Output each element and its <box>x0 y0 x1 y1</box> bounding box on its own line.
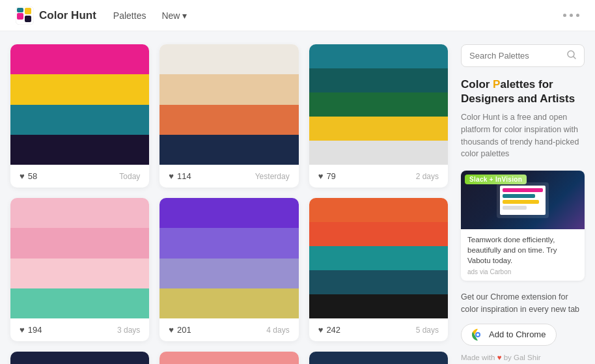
ad-via: ads via Carbon <box>467 268 578 275</box>
palette-card-partial[interactable] <box>159 352 298 364</box>
svg-rect-3 <box>17 8 23 12</box>
color-block <box>10 135 149 165</box>
color-strip-partial <box>159 352 298 364</box>
palette-card[interactable]: ♥114Yesterday <box>159 44 298 188</box>
color-block <box>159 135 298 165</box>
color-strip <box>10 44 149 165</box>
sidebar: Color Palettes for Designers and Artists… <box>461 44 585 364</box>
search-input[interactable] <box>469 51 562 61</box>
palette-likes: ♥201 <box>169 325 191 335</box>
dot-2 <box>570 14 573 17</box>
heart-icon: ♥ <box>169 325 174 335</box>
logo-text: Color Hunt <box>39 9 96 22</box>
color-block <box>10 259 149 288</box>
likes-count: 58 <box>28 171 37 181</box>
palette-footer: ♥58Today <box>10 165 149 188</box>
color-block <box>10 228 149 258</box>
palette-grid: ♥58Today♥114Yesterday♥792 days♥1943 days… <box>10 44 448 341</box>
color-block <box>309 270 448 294</box>
color-block <box>309 222 448 246</box>
ad-line-2 <box>503 194 535 198</box>
partial-palette-grid <box>10 352 448 364</box>
likes-count: 242 <box>326 325 340 335</box>
svg-line-6 <box>574 57 575 59</box>
palette-footer: ♥114Yesterday <box>159 165 298 188</box>
palette-card[interactable]: ♥792 days <box>309 44 448 188</box>
palette-card[interactable]: ♥2425 days <box>309 198 448 341</box>
ad-text-block: Teamwork done efficiently, beautifully a… <box>461 229 585 281</box>
heart-icon: ♥ <box>169 171 174 181</box>
color-block <box>309 294 448 318</box>
palette-time: 2 days <box>416 172 439 181</box>
color-block <box>309 246 448 270</box>
color-block <box>159 74 298 104</box>
palette-footer: ♥2014 days <box>159 318 298 341</box>
palette-time: 3 days <box>117 326 140 335</box>
search-icon <box>567 50 576 61</box>
color-strip <box>10 198 149 318</box>
logo-link[interactable]: Color Hunt <box>16 7 96 25</box>
likes-count: 201 <box>177 325 191 335</box>
ad-inner <box>500 186 546 215</box>
heart-icon: ♥ <box>318 325 324 335</box>
ad-block[interactable]: Slack + InVision Teamwork done efficient… <box>461 171 585 281</box>
dot-3 <box>576 14 579 17</box>
color-block <box>159 105 298 135</box>
color-block <box>10 44 149 74</box>
palette-likes: ♥58 <box>20 171 37 181</box>
ad-line-1 <box>503 188 543 192</box>
color-block <box>309 44 448 68</box>
palette-likes: ♥242 <box>318 325 340 335</box>
svg-rect-4 <box>25 16 31 22</box>
nav-palettes[interactable]: Palettes <box>107 7 153 25</box>
nav-new[interactable]: New ▾ <box>155 7 193 25</box>
ad-image: Slack + InVision <box>461 171 585 229</box>
palette-footer: ♥792 days <box>309 165 448 188</box>
palette-time: 5 days <box>416 326 439 335</box>
color-block <box>159 198 298 228</box>
dot-1 <box>563 14 566 17</box>
color-strip <box>309 44 448 165</box>
color-block <box>159 352 298 364</box>
likes-count: 194 <box>28 325 42 335</box>
svg-rect-1 <box>17 13 23 20</box>
color-block <box>10 288 149 318</box>
palette-time: Today <box>119 172 140 181</box>
palette-likes: ♥194 <box>20 325 42 335</box>
palette-card[interactable]: ♥2014 days <box>159 198 298 341</box>
likes-count: 79 <box>326 171 335 181</box>
color-block <box>159 44 298 74</box>
sidebar-heading: Color Palettes for Designers and Artists <box>461 77 585 106</box>
heading-highlight: P <box>493 78 500 91</box>
add-chrome-label: Add to Chrome <box>489 329 546 339</box>
color-block <box>159 228 298 258</box>
logo-icon <box>16 7 34 25</box>
palette-grid-section: ♥58Today♥114Yesterday♥792 days♥1943 days… <box>10 44 448 364</box>
color-block <box>309 141 448 165</box>
palette-card-partial[interactable] <box>309 352 448 364</box>
chrome-icon <box>472 329 484 341</box>
heart-icon: ♥ <box>497 354 504 361</box>
add-to-chrome-button[interactable]: Add to Chrome <box>461 324 557 346</box>
ad-badge: Slack + InVision <box>465 175 527 184</box>
palette-footer: ♥1943 days <box>10 318 149 341</box>
palette-card[interactable]: ♥1943 days <box>10 198 149 341</box>
color-block <box>10 74 149 104</box>
ad-line-3 <box>503 200 539 204</box>
sidebar-description: Color Hunt is a free and open platform f… <box>461 111 585 160</box>
palette-footer: ♥2425 days <box>309 318 448 341</box>
ad-line-4 <box>503 206 527 210</box>
color-block <box>309 352 448 364</box>
color-block <box>309 198 448 222</box>
main-nav: Palettes New ▾ <box>107 7 194 25</box>
ad-content-image <box>497 182 549 218</box>
color-block <box>10 105 149 135</box>
more-options-button[interactable] <box>563 14 579 17</box>
palette-card-partial[interactable] <box>10 352 149 364</box>
svg-point-10 <box>477 333 479 336</box>
color-block <box>159 259 298 288</box>
chrome-cta: Get our Chrome extension for color inspi… <box>461 291 585 316</box>
made-with: Made with ♥ by Gal Shir <box>461 354 585 361</box>
color-strip <box>309 198 448 318</box>
palette-card[interactable]: ♥58Today <box>10 44 149 188</box>
